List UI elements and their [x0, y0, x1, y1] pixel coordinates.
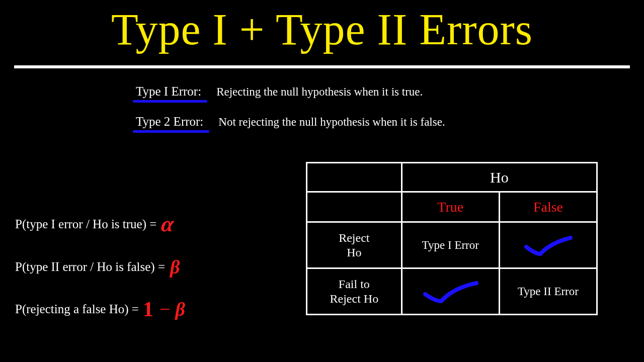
checkmark-icon [420, 279, 480, 304]
formula-alpha: P(type I error / Ho is true) = α [15, 211, 277, 237]
error-type-table: Ho True False Reject Ho Type I Error Fai… [306, 162, 598, 315]
cell-fail-true [401, 268, 499, 315]
table-header-ho: Ho [401, 163, 597, 192]
beta-symbol: β [170, 256, 180, 278]
table-empty-cell-2 [307, 192, 402, 222]
row-fail-label: Fail to Reject Ho [307, 268, 402, 315]
formulas-block: P(type I error / Ho is true) = α P(type … [15, 211, 277, 340]
type1-definition: Type I Error: Rejecting the null hypothe… [136, 84, 614, 99]
title-divider [14, 65, 630, 68]
table-header-true: True [401, 192, 499, 222]
definitions-block: Type I Error: Rejecting the null hypothe… [136, 84, 614, 145]
row-fail-line2: Reject Ho [330, 292, 379, 305]
table-header-false: False [499, 192, 597, 222]
formula-power-lhs: P(rejecting a false Ho) = [15, 302, 139, 316]
cell-fail-false: Type II Error [499, 268, 597, 315]
alpha-symbol: α [160, 211, 176, 237]
type2-definition: Type 2 Error: Not rejecting the null hyp… [136, 115, 614, 129]
type1-text: Rejecting the null hypothesis when it is… [216, 85, 423, 99]
beta-symbol-2: β [175, 298, 185, 320]
formula-beta-lhs: P(type II error / Ho is false) = [15, 260, 165, 274]
type1-label: Type I Error: [136, 84, 203, 99]
page-title: Type I + Type II Errors [0, 0, 644, 55]
cell-reject-true: Type I Error [401, 222, 499, 268]
table-empty-cell [307, 163, 402, 192]
row-fail-line1: Fail to [339, 278, 370, 291]
row-reject-line2: Ho [347, 246, 361, 259]
minus-symbol: − [159, 298, 170, 320]
one-minus-beta: 1 − β [143, 297, 185, 321]
formula-alpha-lhs: P(type I error / Ho is true) = [15, 217, 156, 231]
type2-label: Type 2 Error: [136, 115, 205, 129]
cell-reject-false [499, 222, 597, 268]
type2-text: Not rejecting the null hypothesis when i… [218, 116, 445, 129]
checkmark-icon [520, 233, 576, 258]
row-reject-label: Reject Ho [307, 222, 402, 268]
formula-power: P(rejecting a false Ho) = 1 − β [15, 297, 277, 321]
one-symbol: 1 [143, 297, 153, 321]
formula-beta: P(type II error / Ho is false) = β [15, 256, 277, 278]
row-reject-line1: Reject [339, 231, 369, 244]
